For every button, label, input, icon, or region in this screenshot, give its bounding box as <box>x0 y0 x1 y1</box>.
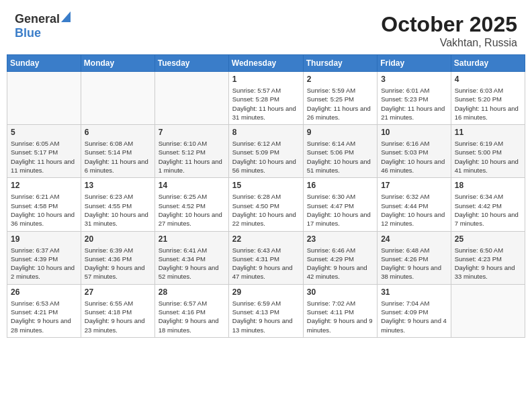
weekday-header: Friday <box>378 55 451 72</box>
weekday-header: Thursday <box>303 55 377 72</box>
day-number: 21 <box>159 234 225 244</box>
calendar-cell <box>81 72 154 125</box>
day-number: 28 <box>159 287 225 297</box>
calendar-cell: 2Sunrise: 5:59 AMSunset: 5:25 PMDaylight… <box>303 72 377 125</box>
location: Vakhtan, Russia <box>381 37 517 49</box>
day-number: 25 <box>455 234 521 244</box>
calendar-cell: 27Sunrise: 6:55 AMSunset: 4:18 PMDayligh… <box>81 284 154 337</box>
calendar-cell: 13Sunrise: 6:23 AMSunset: 4:55 PMDayligh… <box>81 178 154 231</box>
calendar-cell: 5Sunrise: 6:05 AMSunset: 5:17 PMDaylight… <box>7 125 81 178</box>
day-number: 26 <box>11 287 77 297</box>
calendar-table: SundayMondayTuesdayWednesdayThursdayFrid… <box>7 54 525 338</box>
day-info: Sunrise: 6:01 AMSunset: 5:23 PMDaylight:… <box>381 86 447 122</box>
calendar-cell: 22Sunrise: 6:43 AMSunset: 4:31 PMDayligh… <box>228 231 303 284</box>
calendar-cell: 31Sunrise: 7:04 AMSunset: 4:09 PMDayligh… <box>378 284 451 337</box>
calendar-cell: 9Sunrise: 6:14 AMSunset: 5:06 PMDaylight… <box>303 125 377 178</box>
calendar-cell: 18Sunrise: 6:34 AMSunset: 4:42 PMDayligh… <box>451 178 525 231</box>
day-info: Sunrise: 6:10 AMSunset: 5:12 PMDaylight:… <box>159 139 225 175</box>
weekday-header: Saturday <box>451 55 525 72</box>
day-number: 5 <box>11 128 77 137</box>
day-number: 23 <box>307 234 373 244</box>
month-year: October 2025 <box>381 12 517 37</box>
calendar-cell: 6Sunrise: 6:08 AMSunset: 5:14 PMDaylight… <box>81 125 154 178</box>
day-info: Sunrise: 6:23 AMSunset: 4:55 PMDaylight:… <box>85 192 151 228</box>
day-info: Sunrise: 6:16 AMSunset: 5:03 PMDaylight:… <box>381 139 447 175</box>
calendar-cell <box>154 72 228 125</box>
day-info: Sunrise: 6:03 AMSunset: 5:20 PMDaylight:… <box>455 86 521 122</box>
day-info: Sunrise: 6:34 AMSunset: 4:42 PMDaylight:… <box>455 192 521 228</box>
day-info: Sunrise: 6:59 AMSunset: 4:13 PMDaylight:… <box>232 299 300 334</box>
calendar-cell: 1Sunrise: 5:57 AMSunset: 5:28 PMDaylight… <box>228 72 303 125</box>
day-number: 18 <box>455 181 521 190</box>
day-info: Sunrise: 6:32 AMSunset: 4:44 PMDaylight:… <box>381 192 447 228</box>
day-number: 8 <box>232 128 300 137</box>
day-number: 20 <box>85 234 151 244</box>
day-number: 29 <box>232 287 300 297</box>
day-info: Sunrise: 6:08 AMSunset: 5:14 PMDaylight:… <box>85 139 151 175</box>
day-number: 24 <box>381 234 447 244</box>
day-info: Sunrise: 6:46 AMSunset: 4:29 PMDaylight:… <box>307 246 373 281</box>
day-number: 7 <box>159 128 225 137</box>
day-number: 27 <box>85 287 151 297</box>
calendar-cell: 28Sunrise: 6:57 AMSunset: 4:16 PMDayligh… <box>154 284 228 337</box>
day-info: Sunrise: 7:04 AMSunset: 4:09 PMDaylight:… <box>381 299 447 334</box>
calendar-cell: 30Sunrise: 7:02 AMSunset: 4:11 PMDayligh… <box>303 284 377 337</box>
day-number: 31 <box>381 287 447 297</box>
calendar-cell: 8Sunrise: 6:12 AMSunset: 5:09 PMDaylight… <box>228 125 303 178</box>
day-info: Sunrise: 5:59 AMSunset: 5:25 PMDaylight:… <box>307 86 373 122</box>
day-info: Sunrise: 6:39 AMSunset: 4:36 PMDaylight:… <box>85 246 151 281</box>
logo: General Blue <box>15 12 71 40</box>
day-info: Sunrise: 6:48 AMSunset: 4:26 PMDaylight:… <box>381 246 447 281</box>
day-info: Sunrise: 6:21 AMSunset: 4:58 PMDaylight:… <box>11 192 77 228</box>
logo-triangle-icon <box>61 11 71 25</box>
calendar-cell: 3Sunrise: 6:01 AMSunset: 5:23 PMDaylight… <box>378 72 451 125</box>
day-number: 11 <box>455 128 521 137</box>
day-info: Sunrise: 6:41 AMSunset: 4:34 PMDaylight:… <box>159 246 225 281</box>
day-info: Sunrise: 6:19 AMSunset: 5:00 PMDaylight:… <box>455 139 521 175</box>
day-number: 3 <box>381 75 447 84</box>
day-number: 14 <box>159 181 225 190</box>
calendar-cell: 14Sunrise: 6:25 AMSunset: 4:52 PMDayligh… <box>154 178 228 231</box>
calendar-cell: 11Sunrise: 6:19 AMSunset: 5:00 PMDayligh… <box>451 125 525 178</box>
calendar-cell: 21Sunrise: 6:41 AMSunset: 4:34 PMDayligh… <box>154 231 228 284</box>
weekday-header-row: SundayMondayTuesdayWednesdayThursdayFrid… <box>7 55 525 72</box>
day-number: 22 <box>232 234 300 244</box>
weekday-header: Sunday <box>7 55 81 72</box>
calendar-week-row: 26Sunrise: 6:53 AMSunset: 4:21 PMDayligh… <box>7 284 525 337</box>
calendar-cell: 24Sunrise: 6:48 AMSunset: 4:26 PMDayligh… <box>378 231 451 284</box>
calendar-cell: 19Sunrise: 6:37 AMSunset: 4:39 PMDayligh… <box>7 231 81 284</box>
calendar-cell: 23Sunrise: 6:46 AMSunset: 4:29 PMDayligh… <box>303 231 377 284</box>
calendar-week-row: 5Sunrise: 6:05 AMSunset: 5:17 PMDaylight… <box>7 125 525 178</box>
day-number: 6 <box>85 128 151 137</box>
day-number: 9 <box>307 128 373 137</box>
calendar-cell: 25Sunrise: 6:50 AMSunset: 4:23 PMDayligh… <box>451 231 525 284</box>
day-info: Sunrise: 6:05 AMSunset: 5:17 PMDaylight:… <box>11 139 77 175</box>
calendar-week-row: 19Sunrise: 6:37 AMSunset: 4:39 PMDayligh… <box>7 231 525 284</box>
month-title-block: October 2025 Vakhtan, Russia <box>381 12 517 49</box>
page-header: General Blue October 2025 Vakhtan, Russi… <box>7 7 525 52</box>
day-info: Sunrise: 6:53 AMSunset: 4:21 PMDaylight:… <box>11 299 77 334</box>
calendar-cell <box>7 72 81 125</box>
calendar-week-row: 12Sunrise: 6:21 AMSunset: 4:58 PMDayligh… <box>7 178 525 231</box>
day-info: Sunrise: 6:12 AMSunset: 5:09 PMDaylight:… <box>232 139 300 175</box>
calendar-cell: 12Sunrise: 6:21 AMSunset: 4:58 PMDayligh… <box>7 178 81 231</box>
svg-marker-0 <box>61 11 71 22</box>
day-number: 19 <box>11 234 77 244</box>
weekday-header: Monday <box>81 55 154 72</box>
weekday-header: Wednesday <box>228 55 303 72</box>
calendar-cell: 10Sunrise: 6:16 AMSunset: 5:03 PMDayligh… <box>378 125 451 178</box>
calendar-cell: 15Sunrise: 6:28 AMSunset: 4:50 PMDayligh… <box>228 178 303 231</box>
day-number: 1 <box>232 75 300 84</box>
calendar-cell: 17Sunrise: 6:32 AMSunset: 4:44 PMDayligh… <box>378 178 451 231</box>
logo-blue: Blue <box>15 26 41 40</box>
calendar-cell: 7Sunrise: 6:10 AMSunset: 5:12 PMDaylight… <box>154 125 228 178</box>
day-number: 15 <box>232 181 300 190</box>
day-info: Sunrise: 6:30 AMSunset: 4:47 PMDaylight:… <box>307 192 373 228</box>
day-info: Sunrise: 6:28 AMSunset: 4:50 PMDaylight:… <box>232 192 300 228</box>
day-number: 10 <box>381 128 447 137</box>
calendar-cell: 26Sunrise: 6:53 AMSunset: 4:21 PMDayligh… <box>7 284 81 337</box>
weekday-header: Tuesday <box>154 55 228 72</box>
calendar-week-row: 1Sunrise: 5:57 AMSunset: 5:28 PMDaylight… <box>7 72 525 125</box>
day-info: Sunrise: 6:25 AMSunset: 4:52 PMDaylight:… <box>159 192 225 228</box>
logo-general: General <box>15 12 60 26</box>
